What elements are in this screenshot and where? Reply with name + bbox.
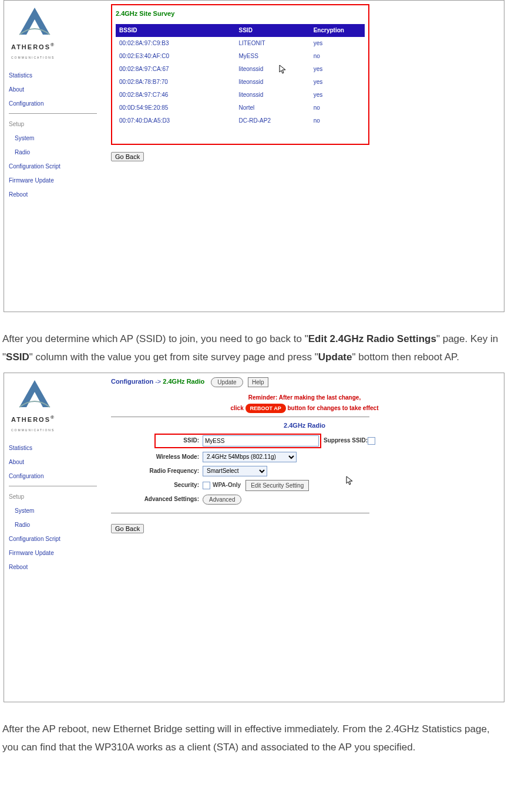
suppress-ssid-label: Suppress SSID: xyxy=(324,436,368,445)
reminder-text-1: Reminder: After making the last change, xyxy=(248,393,361,402)
bssid-link[interactable]: 00:02:E3:40:AF:C0 xyxy=(119,53,169,59)
row-radio-frequency: Radio Frequency: SmartSelect xyxy=(111,466,498,476)
nav-divider xyxy=(9,486,97,486)
p1-text: After you determine which AP (SSID) to j… xyxy=(2,333,308,344)
ssid-cell: DC-RD-AP2 xyxy=(236,114,310,127)
cursor-icon xyxy=(279,64,287,80)
bssid-link[interactable]: 00:02:8A:78:B7:70 xyxy=(119,79,168,85)
bssid-link[interactable]: 00:0D:54:9E:20:85 xyxy=(119,104,168,111)
col-ssid: SSID xyxy=(236,24,310,37)
nav-about[interactable]: About xyxy=(9,85,103,94)
update-button[interactable]: Update xyxy=(211,377,243,387)
reminder-text-2: click REBOOT AP button for changes to ta… xyxy=(231,404,379,414)
ssid-cell: Nortel xyxy=(236,102,310,114)
site-survey-table: BSSID SSID Encryption 00:02:8A:97:C9:B3L… xyxy=(116,24,365,127)
brand-text: ATHEROS xyxy=(11,43,51,50)
radio-frequency-select[interactable]: SmartSelect xyxy=(203,466,267,476)
bssid-link[interactable]: 00:02:8A:97:C7:46 xyxy=(119,92,168,98)
nav-config-script[interactable]: Configuration Script xyxy=(9,534,103,544)
nav-configuration[interactable]: Configuration xyxy=(9,472,103,481)
bssid-link[interactable]: 00:07:40:DA:A5:D3 xyxy=(119,117,170,124)
enc-cell: yes xyxy=(310,37,365,50)
p1-bold-edit: Edit 2.4GHz Radio Settings xyxy=(308,333,436,344)
ssid-label: SSID: xyxy=(157,436,203,445)
enc-cell: no xyxy=(310,114,365,127)
main-panel: 2.4GHz Site Survey BSSID SSID Encryption… xyxy=(105,1,504,312)
nav-firmware-update[interactable]: Firmware Update xyxy=(9,176,103,185)
logo: ATHEROS® COMMUNICATIONS xyxy=(9,377,103,435)
breadcrumb: Configuration -> 2.4GHz Radio Update Hel… xyxy=(111,377,498,387)
table-row: 00:02:8A:78:B7:70liteonssidyes xyxy=(116,76,365,89)
p1-text4: " bottom then reboot AP. xyxy=(352,351,459,363)
bssid-link[interactable]: 00:02:8A:97:CA:67 xyxy=(119,66,169,72)
edit-security-button[interactable]: Edit Security Setting xyxy=(245,480,309,491)
breadcrumb-configuration: Configuration xyxy=(111,378,153,385)
advanced-label: Advanced Settings: xyxy=(111,495,203,504)
cursor-icon xyxy=(346,475,354,491)
ssid-cell: LITEONIT xyxy=(236,37,310,50)
go-back-button[interactable]: Go Back xyxy=(111,524,144,533)
nav-reboot[interactable]: Reboot xyxy=(9,563,103,572)
col-encryption: Encryption xyxy=(310,24,365,37)
nav-reboot[interactable]: Reboot xyxy=(9,190,103,199)
brand-sub: COMMUNICATIONS xyxy=(11,56,55,59)
nav-firmware-update[interactable]: Firmware Update xyxy=(9,549,103,558)
table-row: 00:02:8A:97:C9:B3LITEONITyes xyxy=(116,37,365,50)
radio-frequency-label: Radio Frequency: xyxy=(111,466,203,476)
ssid-input[interactable] xyxy=(203,435,319,446)
nav-system[interactable]: System xyxy=(15,134,103,143)
screenshot-site-survey: ATHEROS® COMMUNICATIONS Statistics About… xyxy=(4,0,504,312)
brand-sub: COMMUNICATIONS xyxy=(11,428,55,432)
breadcrumb-arrow: -> xyxy=(153,378,163,385)
table-row: 00:02:8A:97:CA:67liteonssidyes xyxy=(116,63,365,76)
bssid-link[interactable]: 00:02:8A:97:C9:B3 xyxy=(119,40,169,46)
enc-cell: yes xyxy=(310,89,365,102)
setup-label: Setup xyxy=(9,492,103,502)
logo: ATHEROS® COMMUNICATIONS xyxy=(9,4,103,63)
screenshot-radio-config: ATHEROS® COMMUNICATIONS Statistics About… xyxy=(4,373,504,702)
nav-statistics[interactable]: Statistics xyxy=(9,71,103,80)
ssid-cell: liteonssid xyxy=(236,89,310,102)
table-row: 00:02:8A:97:C7:46liteonssidyes xyxy=(116,89,365,102)
row-advanced: Advanced Settings: Advanced xyxy=(111,495,498,505)
brand-text: ATHEROS xyxy=(11,416,51,423)
nav-divider xyxy=(9,113,97,114)
row-security: Security: WPA-Only Edit Security Setting xyxy=(111,480,498,491)
divider xyxy=(111,417,369,417)
nav-statistics[interactable]: Statistics xyxy=(9,444,103,453)
reg-mark: ® xyxy=(51,42,55,48)
section-title-radio: 2.4GHz Radio xyxy=(111,421,498,431)
nav-radio[interactable]: Radio xyxy=(15,520,103,530)
reboot-ap-button[interactable]: REBOOT AP xyxy=(245,404,286,413)
ssid-cell: MyESS xyxy=(236,50,310,63)
site-survey-title: 2.4GHz Site Survey xyxy=(116,9,365,19)
nav-configuration[interactable]: Configuration xyxy=(9,99,103,109)
breadcrumb-radio: 2.4GHz Radio xyxy=(163,378,204,385)
nav-about[interactable]: About xyxy=(9,458,103,467)
enc-cell: yes xyxy=(310,63,365,76)
go-back-button[interactable]: Go Back xyxy=(111,152,144,161)
reminder-tail: button for changes to take effect xyxy=(287,405,378,411)
row-ssid: SSID: Suppress SSID: xyxy=(111,434,498,448)
paragraph-2: After the AP reboot, new Ethernet Bridge… xyxy=(0,702,508,763)
ssid-cell: liteonssid xyxy=(236,76,310,89)
nav-radio[interactable]: Radio xyxy=(15,148,103,157)
sidebar: ATHEROS® COMMUNICATIONS Statistics About… xyxy=(4,373,105,702)
wpa-only-checkbox[interactable] xyxy=(203,482,210,489)
paragraph-1: After you determine which AP (SSID) to j… xyxy=(0,312,508,373)
main-panel: Configuration -> 2.4GHz Radio Update Hel… xyxy=(105,373,504,702)
help-button[interactable]: Help xyxy=(248,377,268,387)
suppress-ssid-checkbox[interactable] xyxy=(368,437,375,445)
wireless-mode-select[interactable]: 2.4GHz 54Mbps (802.11g) xyxy=(203,452,297,462)
setup-label: Setup xyxy=(9,120,103,129)
table-row: 00:0D:54:9E:20:85Nortelno xyxy=(116,102,365,114)
row-wireless-mode: Wireless Mode: 2.4GHz 54Mbps (802.11g) xyxy=(111,452,498,462)
p1-bold-update: Update xyxy=(318,351,352,363)
security-label: Security: xyxy=(111,481,203,490)
nav-system[interactable]: System xyxy=(15,506,103,516)
sidebar: ATHEROS® COMMUNICATIONS Statistics About… xyxy=(4,1,105,312)
p1-text3: " column with the value you get from sit… xyxy=(29,351,318,363)
advanced-button[interactable]: Advanced xyxy=(203,495,241,505)
nav-config-script[interactable]: Configuration Script xyxy=(9,162,103,171)
reminder-click: click xyxy=(231,405,245,411)
